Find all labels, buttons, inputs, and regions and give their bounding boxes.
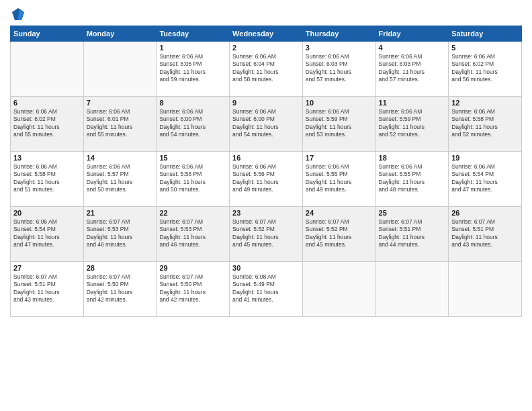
day-number: 21 bbox=[87, 209, 154, 217]
calendar-cell-2-4: 9Sunrise: 6:06 AMSunset: 6:00 PMDaylight… bbox=[230, 97, 303, 152]
calendar-cell-5-6 bbox=[375, 262, 449, 317]
cell-info: Sunrise: 6:07 AMSunset: 5:52 PMDaylight:… bbox=[306, 218, 373, 249]
calendar-cell-3-7: 19Sunrise: 6:06 AMSunset: 5:54 PMDayligh… bbox=[449, 152, 522, 207]
cell-info: Sunrise: 6:06 AMSunset: 6:02 PMDaylight:… bbox=[451, 53, 519, 84]
calendar-cell-1-2 bbox=[83, 42, 157, 97]
calendar-cell-5-5 bbox=[302, 262, 375, 317]
day-number: 20 bbox=[13, 209, 81, 217]
logo-icon bbox=[11, 7, 26, 21]
calendar-week-3: 13Sunrise: 6:06 AMSunset: 5:58 PMDayligh… bbox=[11, 152, 522, 207]
calendar-cell-1-1 bbox=[11, 42, 84, 97]
calendar-cell-2-3: 8Sunrise: 6:06 AMSunset: 6:00 PMDaylight… bbox=[157, 97, 230, 152]
weekday-header-sunday: Sunday bbox=[11, 26, 84, 42]
calendar-cell-5-4: 30Sunrise: 6:08 AMSunset: 5:49 PMDayligh… bbox=[230, 262, 303, 317]
cell-info: Sunrise: 6:06 AMSunset: 5:58 PMDaylight:… bbox=[13, 163, 81, 194]
day-number: 18 bbox=[379, 154, 446, 162]
day-number: 4 bbox=[379, 44, 446, 52]
calendar-cell-1-3: 1Sunrise: 6:06 AMSunset: 6:05 PMDaylight… bbox=[157, 42, 230, 97]
calendar-cell-4-6: 25Sunrise: 6:07 AMSunset: 5:51 PMDayligh… bbox=[375, 207, 449, 262]
calendar-cell-2-5: 10Sunrise: 6:06 AMSunset: 5:59 PMDayligh… bbox=[302, 97, 375, 152]
day-number: 24 bbox=[306, 209, 373, 217]
weekday-header-monday: Monday bbox=[83, 26, 157, 42]
cell-info: Sunrise: 6:07 AMSunset: 5:51 PMDaylight:… bbox=[451, 218, 519, 249]
day-number: 26 bbox=[451, 209, 519, 217]
calendar-week-1: 1Sunrise: 6:06 AMSunset: 6:05 PMDaylight… bbox=[11, 42, 522, 97]
cell-info: Sunrise: 6:06 AMSunset: 6:04 PMDaylight:… bbox=[232, 53, 300, 84]
weekday-header-saturday: Saturday bbox=[449, 26, 522, 42]
cell-info: Sunrise: 6:06 AMSunset: 5:56 PMDaylight:… bbox=[159, 163, 226, 194]
cell-info: Sunrise: 6:08 AMSunset: 5:49 PMDaylight:… bbox=[232, 273, 300, 304]
day-number: 13 bbox=[13, 154, 81, 162]
cell-info: Sunrise: 6:06 AMSunset: 5:55 PMDaylight:… bbox=[306, 163, 373, 194]
page: SundayMondayTuesdayWednesdayThursdayFrid… bbox=[0, 0, 532, 411]
day-number: 5 bbox=[451, 44, 519, 52]
day-number: 23 bbox=[232, 209, 300, 217]
calendar-week-5: 27Sunrise: 6:07 AMSunset: 5:51 PMDayligh… bbox=[11, 262, 522, 317]
calendar-cell-5-2: 28Sunrise: 6:07 AMSunset: 5:50 PMDayligh… bbox=[83, 262, 157, 317]
header bbox=[10, 7, 522, 20]
cell-info: Sunrise: 6:06 AMSunset: 5:59 PMDaylight:… bbox=[306, 108, 373, 139]
calendar-cell-3-3: 15Sunrise: 6:06 AMSunset: 5:56 PMDayligh… bbox=[157, 152, 230, 207]
calendar-cell-2-6: 11Sunrise: 6:06 AMSunset: 5:59 PMDayligh… bbox=[375, 97, 449, 152]
cell-info: Sunrise: 6:06 AMSunset: 5:57 PMDaylight:… bbox=[87, 163, 154, 194]
cell-info: Sunrise: 6:07 AMSunset: 5:50 PMDaylight:… bbox=[87, 273, 154, 304]
calendar-cell-5-3: 29Sunrise: 6:07 AMSunset: 5:50 PMDayligh… bbox=[157, 262, 230, 317]
cell-info: Sunrise: 6:07 AMSunset: 5:53 PMDaylight:… bbox=[87, 218, 154, 249]
cell-info: Sunrise: 6:06 AMSunset: 5:55 PMDaylight:… bbox=[379, 163, 446, 194]
day-number: 7 bbox=[87, 99, 154, 107]
calendar-cell-3-4: 16Sunrise: 6:06 AMSunset: 5:56 PMDayligh… bbox=[230, 152, 303, 207]
day-number: 6 bbox=[13, 99, 81, 107]
calendar-cell-1-7: 5Sunrise: 6:06 AMSunset: 6:02 PMDaylight… bbox=[449, 42, 522, 97]
logo bbox=[10, 7, 26, 20]
cell-info: Sunrise: 6:07 AMSunset: 5:53 PMDaylight:… bbox=[159, 218, 226, 249]
weekday-header-friday: Friday bbox=[375, 26, 449, 42]
day-number: 10 bbox=[306, 99, 373, 107]
day-number: 16 bbox=[232, 154, 300, 162]
day-number: 28 bbox=[87, 264, 154, 272]
calendar-cell-2-2: 7Sunrise: 6:06 AMSunset: 6:01 PMDaylight… bbox=[83, 97, 157, 152]
weekday-header-thursday: Thursday bbox=[302, 26, 375, 42]
cell-info: Sunrise: 6:07 AMSunset: 5:52 PMDaylight:… bbox=[232, 218, 300, 249]
cell-info: Sunrise: 6:06 AMSunset: 6:03 PMDaylight:… bbox=[306, 53, 373, 84]
day-number: 22 bbox=[159, 209, 226, 217]
cell-info: Sunrise: 6:07 AMSunset: 5:51 PMDaylight:… bbox=[13, 273, 81, 304]
cell-info: Sunrise: 6:06 AMSunset: 6:01 PMDaylight:… bbox=[87, 108, 154, 139]
weekday-header-wednesday: Wednesday bbox=[230, 26, 303, 42]
calendar-cell-1-4: 2Sunrise: 6:06 AMSunset: 6:04 PMDaylight… bbox=[230, 42, 303, 97]
calendar-cell-4-4: 23Sunrise: 6:07 AMSunset: 5:52 PMDayligh… bbox=[230, 207, 303, 262]
weekday-header-row: SundayMondayTuesdayWednesdayThursdayFrid… bbox=[11, 26, 522, 42]
cell-info: Sunrise: 6:06 AMSunset: 5:54 PMDaylight:… bbox=[13, 218, 81, 249]
weekday-header-tuesday: Tuesday bbox=[157, 26, 230, 42]
calendar-cell-4-3: 22Sunrise: 6:07 AMSunset: 5:53 PMDayligh… bbox=[157, 207, 230, 262]
calendar-cell-3-1: 13Sunrise: 6:06 AMSunset: 5:58 PMDayligh… bbox=[11, 152, 84, 207]
day-number: 15 bbox=[159, 154, 226, 162]
calendar-cell-2-7: 12Sunrise: 6:06 AMSunset: 5:58 PMDayligh… bbox=[449, 97, 522, 152]
cell-info: Sunrise: 6:06 AMSunset: 6:02 PMDaylight:… bbox=[13, 108, 81, 139]
cell-info: Sunrise: 6:06 AMSunset: 5:54 PMDaylight:… bbox=[451, 163, 519, 194]
day-number: 9 bbox=[232, 99, 300, 107]
calendar-cell-3-5: 17Sunrise: 6:06 AMSunset: 5:55 PMDayligh… bbox=[302, 152, 375, 207]
day-number: 11 bbox=[379, 99, 446, 107]
calendar-week-2: 6Sunrise: 6:06 AMSunset: 6:02 PMDaylight… bbox=[11, 97, 522, 152]
day-number: 14 bbox=[87, 154, 154, 162]
day-number: 25 bbox=[379, 209, 446, 217]
calendar-cell-1-5: 3Sunrise: 6:06 AMSunset: 6:03 PMDaylight… bbox=[302, 42, 375, 97]
day-number: 19 bbox=[451, 154, 519, 162]
cell-info: Sunrise: 6:07 AMSunset: 5:51 PMDaylight:… bbox=[379, 218, 446, 249]
calendar-cell-4-7: 26Sunrise: 6:07 AMSunset: 5:51 PMDayligh… bbox=[449, 207, 522, 262]
calendar-cell-5-1: 27Sunrise: 6:07 AMSunset: 5:51 PMDayligh… bbox=[11, 262, 84, 317]
day-number: 1 bbox=[159, 44, 226, 52]
day-number: 29 bbox=[159, 264, 226, 272]
calendar-cell-4-2: 21Sunrise: 6:07 AMSunset: 5:53 PMDayligh… bbox=[83, 207, 157, 262]
calendar-cell-3-6: 18Sunrise: 6:06 AMSunset: 5:55 PMDayligh… bbox=[375, 152, 449, 207]
day-number: 27 bbox=[13, 264, 81, 272]
calendar-week-4: 20Sunrise: 6:06 AMSunset: 5:54 PMDayligh… bbox=[11, 207, 522, 262]
cell-info: Sunrise: 6:06 AMSunset: 5:58 PMDaylight:… bbox=[451, 108, 519, 139]
calendar-cell-5-7 bbox=[449, 262, 522, 317]
calendar-cell-4-5: 24Sunrise: 6:07 AMSunset: 5:52 PMDayligh… bbox=[302, 207, 375, 262]
day-number: 17 bbox=[306, 154, 373, 162]
day-number: 30 bbox=[232, 264, 300, 272]
cell-info: Sunrise: 6:06 AMSunset: 6:05 PMDaylight:… bbox=[159, 53, 226, 84]
day-number: 3 bbox=[306, 44, 373, 52]
calendar-cell-1-6: 4Sunrise: 6:06 AMSunset: 6:03 PMDaylight… bbox=[375, 42, 449, 97]
